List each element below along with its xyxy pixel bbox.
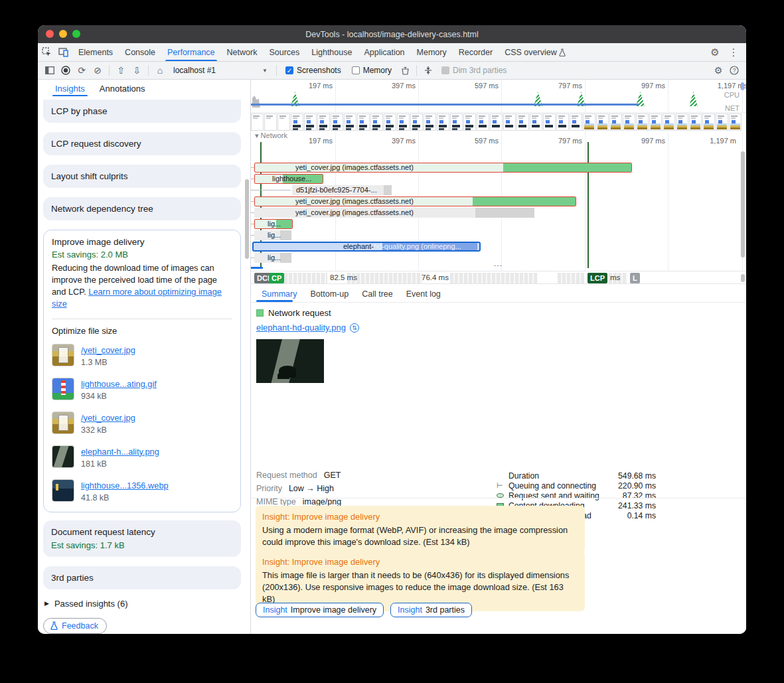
tab-recorder[interactable]: Recorder	[453, 43, 499, 61]
close-window-button[interactable]	[46, 30, 54, 38]
tab-application[interactable]: Application	[358, 43, 410, 61]
screenshot-frame[interactable]	[344, 114, 356, 131]
screenshot-frame[interactable]	[463, 114, 476, 131]
tab-call-tree[interactable]: Call tree	[356, 285, 398, 302]
tab-insights[interactable]: Insights	[55, 84, 85, 96]
network-request-row[interactable]: yeti_cover.jpg (images.ctfassets.net)	[251, 163, 746, 173]
more-options-icon[interactable]: ⋮	[725, 44, 742, 61]
tab-console[interactable]: Console	[119, 43, 161, 61]
passed-insights-toggle[interactable]: ▶ Passed insights (6)	[44, 599, 250, 609]
collapse-icon[interactable]	[420, 62, 436, 78]
record-icon[interactable]	[58, 62, 74, 78]
file-link[interactable]: /yeti_cover.jpg	[81, 345, 135, 355]
sidebar-scrollbar[interactable]	[245, 179, 249, 259]
screenshot-frame[interactable]	[583, 114, 595, 131]
tab-css-overview[interactable]: CSS overview	[499, 43, 572, 61]
insight-card-lcp-request-discovery[interactable]: LCP request discovery	[43, 132, 241, 155]
inspect-icon[interactable]	[38, 44, 55, 61]
screenshot-frame[interactable]	[357, 114, 370, 131]
screenshot-frame[interactable]	[291, 114, 303, 131]
insight-card-lcp-by-phase[interactable]: LCP by phase	[43, 100, 241, 123]
screenshot-frame[interactable]	[317, 114, 330, 131]
network-request-row[interactable]: yeti_cover.jpg (images.ctfassets.net)	[251, 208, 746, 218]
clear-icon[interactable]: ⊘	[90, 62, 106, 78]
capture-settings-gear-icon[interactable]: ⚙	[710, 62, 726, 78]
maximize-window-button[interactable]	[72, 30, 80, 38]
tab-annotations[interactable]: Annotations	[100, 84, 145, 96]
screenshot-frame[interactable]	[729, 114, 742, 131]
lcp-badge[interactable]: LCP	[588, 273, 607, 283]
screenshot-frame[interactable]	[570, 114, 582, 131]
screenshots-checkbox[interactable]: ✓ Screenshots	[285, 66, 341, 75]
home-icon[interactable]: ⌂	[152, 62, 168, 78]
screenshot-frame[interactable]	[556, 114, 569, 131]
minimize-window-button[interactable]	[59, 30, 67, 38]
screenshot-frame[interactable]	[716, 114, 728, 131]
feedback-button[interactable]: Feedback	[43, 618, 107, 634]
file-link[interactable]: elephant-h...ality.png	[81, 447, 159, 457]
overview-scroll-thumb[interactable]	[741, 82, 744, 90]
network-request-row[interactable]: lig...	[251, 230, 746, 240]
tab-lighthouse[interactable]: Lighthouse	[305, 43, 358, 61]
screenshot-frame[interactable]	[676, 114, 688, 131]
tab-network[interactable]: Network	[221, 43, 264, 61]
screenshot-frame[interactable]	[450, 114, 463, 131]
more-rows-ellipsis[interactable]: ...	[494, 259, 503, 268]
network-request-row[interactable]: d51jfzi-b0efc925-7704-...	[251, 185, 746, 195]
tab-summary[interactable]: Summary	[256, 285, 302, 302]
network-request-row[interactable]: lig...	[251, 219, 746, 229]
fcp-badge[interactable]: CP	[269, 273, 284, 283]
device-toolbar-icon[interactable]	[55, 44, 72, 61]
screenshot-frame[interactable]	[477, 114, 489, 131]
insight-card-layout-shift[interactable]: Layout shift culprits	[43, 165, 241, 188]
screenshot-frame[interactable]	[530, 114, 542, 131]
insight-card-3rd-parties[interactable]: 3rd parties	[43, 566, 241, 589]
insight-card-network-tree[interactable]: Network dependency tree	[43, 197, 241, 220]
screenshot-frame[interactable]	[331, 114, 343, 131]
tab-performance[interactable]: Performance	[161, 43, 221, 61]
screenshot-frame[interactable]	[596, 114, 609, 131]
settings-gear-icon[interactable]: ⚙	[706, 44, 724, 61]
network-track-label[interactable]: ▾ Network	[255, 131, 287, 140]
target-selector[interactable]: localhost #1 ▼	[168, 66, 273, 75]
timings-track[interactable]: DCL CP 82.5 ms 76.4 ms LCP ms L	[251, 271, 746, 284]
screenshot-frame[interactable]	[437, 114, 449, 131]
l-badge[interactable]: L	[630, 273, 640, 283]
screenshot-frame[interactable]	[609, 114, 622, 131]
gc-icon[interactable]	[397, 62, 413, 78]
screenshot-frame[interactable]	[636, 114, 649, 131]
network-request-row-selected[interactable]: elephant-hd-quality.png (onlinepng...	[251, 242, 746, 252]
screenshot-frame[interactable]	[304, 114, 317, 131]
screenshot-filmstrip[interactable]	[251, 114, 746, 131]
screenshot-frame[interactable]	[516, 114, 529, 131]
screenshot-frame[interactable]	[397, 114, 410, 131]
insight-card-document-latency[interactable]: Document request latency Est savings: 1.…	[43, 520, 241, 557]
screenshot-frame[interactable]	[702, 114, 715, 131]
screenshot-frame[interactable]	[277, 114, 290, 131]
toggle-sidebar-icon[interactable]	[42, 62, 58, 78]
screenshot-frame[interactable]	[251, 114, 264, 131]
screenshot-frame[interactable]	[689, 114, 702, 131]
file-link[interactable]: /yeti_cover.jpg	[81, 413, 135, 423]
insight-improve-image-delivery-button[interactable]: InsightImprove image delivery	[256, 603, 384, 617]
help-icon[interactable]: ?	[726, 62, 742, 78]
network-request-row[interactable]: yeti_cover.jpg (images.ctfassets.net)	[251, 196, 746, 206]
screenshot-frame[interactable]	[264, 114, 277, 131]
tab-sources[interactable]: Sources	[263, 43, 305, 61]
screenshot-frame[interactable]	[424, 114, 436, 131]
screenshot-frame[interactable]	[503, 114, 516, 131]
screenshot-frame[interactable]	[370, 114, 383, 131]
reveal-request-icon[interactable]: ⇅	[350, 323, 359, 333]
upload-profile-icon[interactable]: ⇧	[113, 62, 129, 78]
screenshot-frame[interactable]	[663, 114, 675, 131]
timeline-overview[interactable]: 197 ms 397 ms 597 ms 797 ms 997 ms 1,197…	[251, 80, 746, 113]
screenshot-frame[interactable]	[490, 114, 503, 131]
request-url-link[interactable]: elephant-hd-quality.png	[256, 323, 346, 333]
screenshot-frame[interactable]	[410, 114, 423, 131]
reload-record-icon[interactable]: ⟳	[74, 62, 90, 78]
dim-3rd-parties-checkbox[interactable]: Dim 3rd parties	[441, 66, 507, 75]
screenshot-frame[interactable]	[543, 114, 556, 131]
download-profile-icon[interactable]: ⇩	[129, 62, 145, 78]
screenshot-frame[interactable]	[623, 114, 635, 131]
network-request-row[interactable]: lighthouse...	[251, 174, 746, 184]
